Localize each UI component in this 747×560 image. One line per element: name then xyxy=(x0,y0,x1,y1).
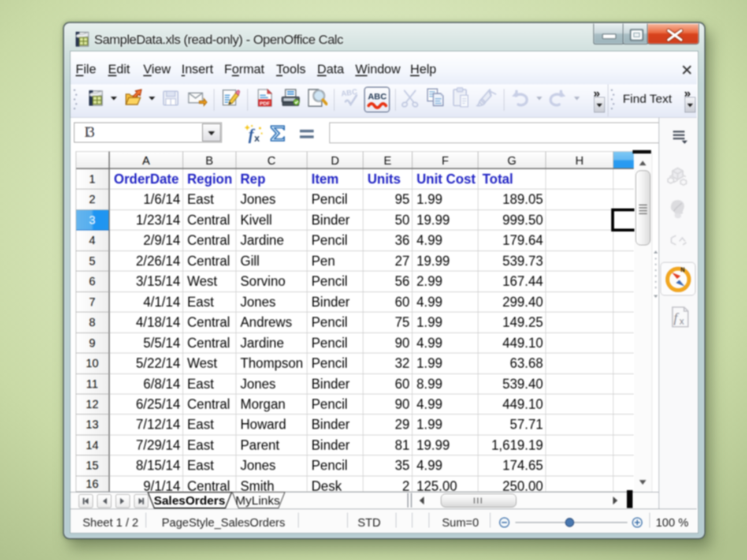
svg-text:N: N xyxy=(681,267,685,273)
svg-text:x: x xyxy=(254,133,260,143)
svg-text:PDF: PDF xyxy=(260,100,271,106)
svg-text:MyLinks: MyLinks xyxy=(235,494,280,507)
svg-text:f: f xyxy=(674,310,679,325)
svg-text:SalesOrders: SalesOrders xyxy=(154,494,225,507)
svg-text:x: x xyxy=(679,316,684,326)
svg-text:ABC: ABC xyxy=(368,91,387,101)
